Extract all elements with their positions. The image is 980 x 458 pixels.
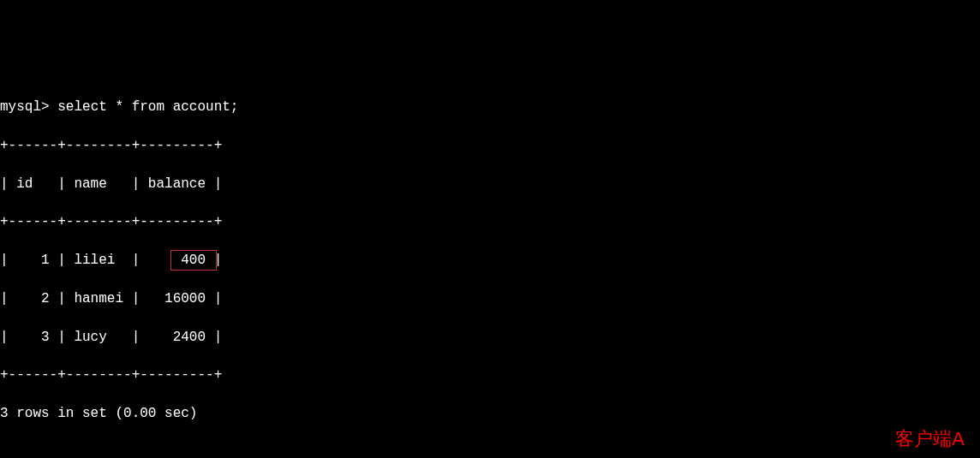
table-row: | 1 | lilei | 400 | <box>0 251 980 270</box>
table-header: | id | name | balance | <box>0 175 980 193</box>
table-border: +------+--------+---------+ <box>0 136 980 155</box>
rows-in-set: 3 rows in set (0.00 sec) <box>0 404 980 423</box>
table-row: | 2 | hanmei | 16000 | <box>0 289 980 308</box>
terminal-output: mysql> select * from account; +------+--… <box>0 79 980 458</box>
sql-select-1: select * from account; <box>57 99 238 115</box>
client-label: 客户端A <box>895 426 965 453</box>
highlighted-value-400: 400 <box>170 250 217 271</box>
table-row: | 3 | lucy | 2400 | <box>0 328 980 347</box>
query-line-1: mysql> select * from account; <box>0 98 980 116</box>
table-border: +------+--------+---------+ <box>0 366 980 384</box>
table-border: +------+--------+---------+ <box>0 212 980 231</box>
mysql-prompt: mysql> <box>0 99 57 115</box>
